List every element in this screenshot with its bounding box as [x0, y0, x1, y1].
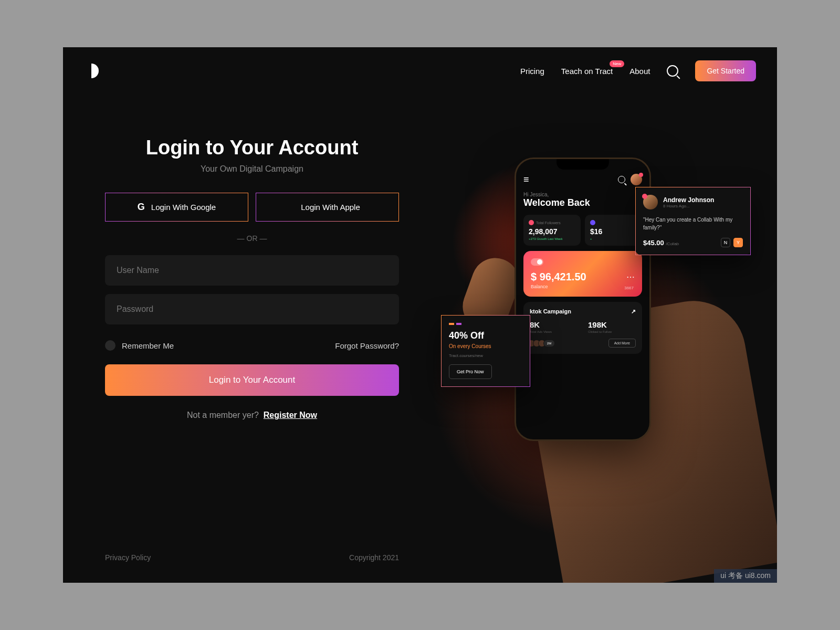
get-started-button[interactable]: Get Started: [695, 60, 756, 81]
get-pro-button: Get Pro Now: [449, 364, 492, 379]
welcome-title: Welcome Back: [523, 197, 642, 208]
header: Pricing Teach on TractNew About Get Star…: [63, 47, 777, 94]
menu-icon: ≡: [523, 174, 529, 185]
campaign-card: ktok Campaign↗ 8KTotal Ads Views 198KCli…: [523, 302, 642, 354]
forgot-password-link[interactable]: Forgot Password?: [335, 341, 399, 350]
login-submit-button[interactable]: Login to Your Account: [105, 364, 399, 396]
username-input[interactable]: [105, 255, 399, 286]
search-icon: [618, 176, 625, 183]
google-icon: G: [138, 202, 145, 213]
register-link[interactable]: Register Now: [264, 411, 317, 419]
page-title: Login to Your Account: [105, 136, 399, 159]
watermark: ui 考备 ui8.com: [714, 569, 777, 583]
login-apple-button[interactable]: Login With Apple: [256, 193, 399, 222]
phone-mockup: ≡ Hi Jessica, Welcome Back Total Followe…: [514, 158, 651, 441]
remember-me[interactable]: Remember Me: [105, 340, 174, 351]
promo-card: 40% Off On every Courses Tract.courses/n…: [441, 315, 530, 387]
accept-button: Y: [733, 238, 743, 247]
stat-card: $16 +: [585, 215, 642, 246]
nav-about[interactable]: About: [629, 67, 650, 76]
hero-illustration: ≡ Hi Jessica, Welcome Back Total Followe…: [446, 152, 740, 520]
logo-icon: [84, 64, 99, 78]
register-prompt: Not a member yer? Register Now: [105, 411, 399, 420]
login-google-button[interactable]: G Login With Google: [105, 193, 248, 222]
or-divider: — OR —: [105, 234, 399, 243]
page-subtitle: Your Own Digital Campaign: [105, 164, 399, 174]
copyright: Copyright 2021: [349, 553, 399, 562]
toggle-icon: [531, 258, 543, 266]
new-badge: New: [610, 60, 624, 67]
greeting: Hi Jessica,: [523, 192, 642, 197]
nav-teach[interactable]: Teach on TractNew: [561, 67, 613, 76]
balance-card: $ 96,421.50 Balance ⋯ 3667: [523, 251, 642, 297]
stat-card: Total Followers 2,98,007 +273 Growth Las…: [523, 215, 581, 246]
privacy-link[interactable]: Privacy Policy: [105, 553, 151, 562]
message-card: Andrew Johnson 8 Hours Ago... "Hey Can y…: [635, 187, 751, 255]
password-input[interactable]: [105, 294, 399, 324]
arrow-icon: ↗: [631, 308, 636, 315]
search-icon[interactable]: [667, 65, 678, 77]
avatar-group: 2M: [530, 340, 555, 347]
add-more-button: Add More: [608, 339, 636, 348]
avatar: [631, 174, 642, 185]
avatar: [643, 195, 658, 209]
nav-pricing[interactable]: Pricing: [520, 67, 544, 76]
reject-button: N: [721, 238, 730, 247]
checkbox-icon[interactable]: [105, 340, 116, 351]
